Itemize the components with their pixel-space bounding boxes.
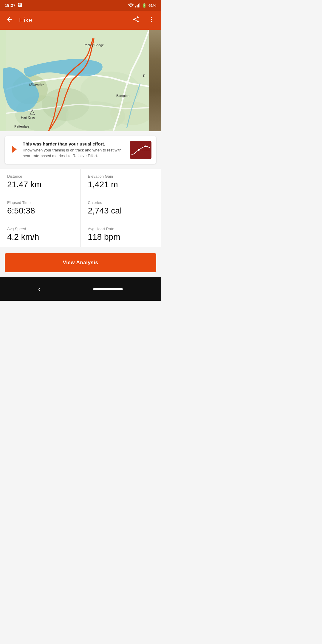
svg-rect-0 bbox=[135, 6, 136, 7]
stat-hr-value: 118 bpm bbox=[88, 232, 154, 242]
stat-speed-value: 4.2 km/h bbox=[7, 232, 73, 242]
stat-calories-label: Calories bbox=[88, 200, 154, 205]
stats-row-3: Avg Speed 4.2 km/h Avg Heart Rate 118 bp… bbox=[0, 221, 161, 247]
stat-elevation-value: 1,421 m bbox=[88, 180, 154, 189]
map-container[interactable]: Pooley Bridge Ullswater Bampton Hart Cra… bbox=[0, 30, 161, 131]
stats-row-2: Elapsed Time 6:50:38 Calories 2,743 cal bbox=[0, 195, 161, 221]
nav-back-button[interactable]: ‹ bbox=[38, 286, 40, 292]
stat-speed-label: Avg Speed bbox=[7, 227, 73, 231]
svg-text:Patterdale: Patterdale bbox=[14, 125, 29, 128]
stat-distance: Distance 21.47 km bbox=[0, 169, 80, 195]
photo-thumbnail[interactable] bbox=[149, 30, 161, 131]
status-time: 19:27 bbox=[5, 3, 16, 8]
stat-distance-value: 21.47 km bbox=[7, 180, 73, 189]
svg-point-23 bbox=[138, 149, 140, 151]
stat-heart-rate: Avg Heart Rate 118 bpm bbox=[80, 221, 161, 247]
svg-point-6 bbox=[151, 21, 152, 22]
effort-card: This was harder than your usual effort. … bbox=[5, 136, 156, 164]
stat-calories: Calories 2,743 cal bbox=[80, 195, 161, 221]
svg-point-24 bbox=[144, 145, 146, 147]
stat-elapsed-time: Elapsed Time 6:50:38 bbox=[0, 195, 80, 221]
stat-elapsed-label: Elapsed Time bbox=[7, 200, 73, 205]
stat-elevation-label: Elevation Gain bbox=[88, 174, 154, 179]
status-bar: 19:27 🖼 🔋 61% bbox=[0, 0, 161, 11]
svg-rect-1 bbox=[137, 5, 137, 7]
svg-text:Hart Crag: Hart Crag bbox=[21, 116, 35, 119]
battery-pct: 61% bbox=[148, 3, 156, 8]
app-bar: Hike bbox=[0, 11, 161, 30]
status-photo-icon: 🖼 bbox=[18, 3, 22, 8]
effort-desc: Know when your training is on track and … bbox=[23, 148, 126, 158]
effort-title: This was harder than your usual effort. bbox=[23, 141, 126, 146]
stats-row-1: Distance 21.47 km Elevation Gain 1,421 m bbox=[0, 169, 161, 195]
svg-rect-3 bbox=[139, 3, 140, 7]
svg-point-5 bbox=[151, 19, 152, 20]
wifi-icon bbox=[128, 3, 134, 7]
home-gesture-pill[interactable] bbox=[93, 288, 123, 290]
svg-text:R: R bbox=[143, 74, 145, 78]
effort-chevron-icon bbox=[10, 145, 19, 156]
svg-text:Ullswater: Ullswater bbox=[29, 83, 44, 86]
stats-container: Distance 21.47 km Elevation Gain 1,421 m… bbox=[0, 169, 161, 247]
stat-elapsed-value: 6:50:38 bbox=[7, 206, 73, 216]
effort-text-block: This was harder than your usual effort. … bbox=[23, 141, 126, 158]
view-analysis-button[interactable]: View Analysis bbox=[5, 253, 156, 272]
stat-calories-value: 2,743 cal bbox=[88, 206, 154, 216]
svg-rect-2 bbox=[138, 4, 139, 7]
relative-effort-thumbnail[interactable] bbox=[130, 141, 151, 159]
status-right: 🔋 61% bbox=[128, 3, 156, 8]
battery-icon: 🔋 bbox=[142, 3, 147, 8]
stat-elevation: Elevation Gain 1,421 m bbox=[80, 169, 161, 195]
svg-point-4 bbox=[151, 17, 152, 18]
stat-hr-label: Avg Heart Rate bbox=[88, 227, 154, 231]
stat-avg-speed: Avg Speed 4.2 km/h bbox=[0, 221, 80, 247]
svg-text:Bampton: Bampton bbox=[116, 94, 129, 97]
app-bar-actions bbox=[131, 15, 156, 26]
svg-text:Pooley Bridge: Pooley Bridge bbox=[83, 43, 104, 47]
nav-bar: ‹ bbox=[0, 277, 161, 301]
signal-icon bbox=[135, 3, 140, 7]
more-button[interactable] bbox=[147, 15, 156, 26]
back-button[interactable] bbox=[5, 15, 14, 26]
page-title: Hike bbox=[19, 16, 131, 24]
share-button[interactable] bbox=[131, 15, 141, 26]
status-left: 19:27 🖼 bbox=[5, 3, 22, 8]
stat-distance-label: Distance bbox=[7, 174, 73, 179]
